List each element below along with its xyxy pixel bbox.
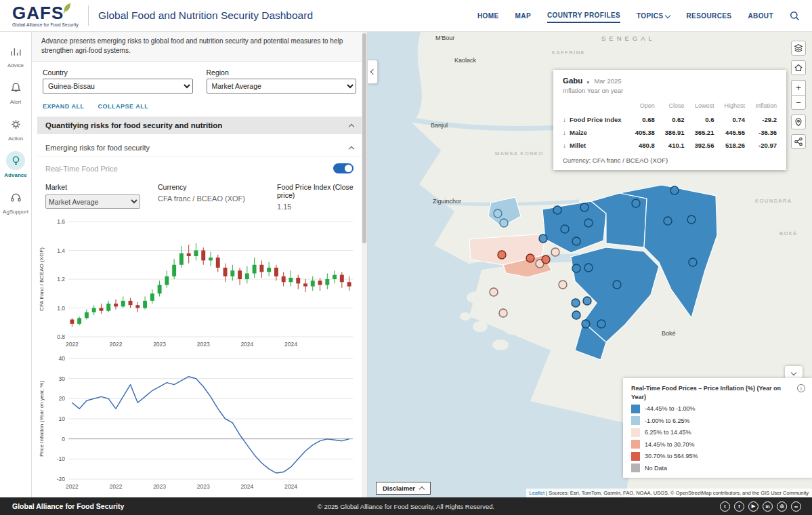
svg-text:MANSA KONKO: MANSA KONKO [495, 150, 544, 157]
gear-icon [6, 115, 25, 133]
svg-text:2024: 2024 [284, 483, 297, 490]
zoom-out-button[interactable]: − [791, 95, 806, 110]
panel-collapse-button[interactable] [368, 60, 378, 84]
table-row: ↓Maize 405.38 386.91 365.21 445.55 -36.3… [563, 126, 777, 139]
twitter-icon[interactable]: t [720, 501, 730, 512]
sidebar-item-advice[interactable]: Advice [0, 39, 31, 71]
market-col: Market Market Average [45, 183, 147, 211]
subsection-emerging-risks[interactable]: Emerging risks for food security [37, 138, 362, 157]
map-attribution: Leaflet | Sources: Esri, TomTom, Garmin,… [526, 489, 812, 497]
currency-col: Currency CFA franc / BCEAO (XOF) [158, 183, 266, 211]
leaflet-link[interactable]: Leaflet [530, 490, 545, 496]
facebook-icon[interactable]: f [734, 501, 744, 512]
legend-swatch [631, 464, 640, 472]
svg-text:-20: -20 [57, 476, 66, 482]
logo-tagline: Global Alliance for Food Security [12, 22, 79, 27]
section-title: Quantifying risks for food security and … [45, 121, 222, 129]
svg-text:1.4: 1.4 [57, 247, 65, 254]
svg-text:Price Inflation (Year on year,: Price Inflation (Year on year, %) [39, 381, 45, 457]
country-select[interactable]: Guinea-Bissau [43, 79, 193, 94]
panel-scrollbar [362, 32, 367, 497]
footer-brand: Global Alliance for Food Security [12, 502, 124, 510]
rtfp-label: Real-Time Food Price [45, 165, 118, 173]
legend-item: -44.45% to -1.00% [631, 405, 805, 413]
flickr-icon[interactable]: •• [791, 501, 801, 512]
share-icon [794, 137, 803, 146]
nav-about[interactable]: ABOUT [748, 9, 773, 22]
sidebar-item-action[interactable]: Action [0, 112, 31, 144]
nav-topics-label: TOPICS [637, 12, 663, 20]
chevron-up-icon [349, 146, 354, 151]
disclaimer-button[interactable]: Disclaimer [376, 482, 431, 495]
linkedin-icon[interactable]: in [763, 501, 773, 512]
advice-chart-icon [6, 41, 25, 60]
svg-text:1.2: 1.2 [57, 276, 65, 283]
down-arrow-icon: ↓ [563, 129, 566, 136]
sidebar-item-advance[interactable]: Advance [0, 148, 31, 181]
sidebar-item-label: Action [8, 136, 23, 142]
attribution-sources: | Sources: Esri, TomTom, Garmin, FAO, NO… [544, 490, 809, 496]
locate-button[interactable] [791, 115, 806, 129]
col-lowest: Lowest [685, 100, 714, 113]
market-label: Market [45, 183, 147, 191]
svg-text:Kaolack: Kaolack [454, 57, 477, 64]
svg-text:2022: 2022 [66, 483, 79, 490]
gafs-logo[interactable]: GAFS Global Alliance for Food Security [12, 4, 79, 27]
table-row: ↓Food Price Index 0.68 0.62 0.6 0.74 -29… [563, 113, 777, 126]
zoom-in-button[interactable]: + [791, 80, 806, 95]
svg-text:1.0: 1.0 [57, 305, 65, 312]
svg-text:BOKÉ: BOKÉ [779, 230, 798, 236]
svg-text:1.6: 1.6 [57, 218, 65, 225]
legend-item: No Data [631, 464, 805, 472]
country-field: Country Guinea-Bissau [43, 68, 193, 94]
location-pin-icon [794, 117, 803, 127]
share-button[interactable] [791, 134, 806, 149]
app: GAFS Global Alliance for Food Security G… [0, 0, 812, 515]
popup-subtitle: Inflation Year on year [563, 87, 777, 94]
nav-country-profiles[interactable]: COUNTRY PROFILES [547, 8, 620, 23]
layers-button[interactable] [791, 41, 806, 56]
sidebar-item-label: Advance [4, 172, 26, 178]
search-icon[interactable] [790, 11, 800, 21]
legend-swatch [631, 452, 640, 461]
info-icon[interactable]: i [797, 384, 805, 392]
svg-text:KOUNDARA: KOUNDARA [755, 198, 792, 204]
region-select[interactable]: Market Average [207, 79, 357, 94]
nav-map[interactable]: MAP [515, 9, 531, 22]
header-divider [88, 5, 89, 26]
youtube-icon[interactable]: ▶ [748, 501, 758, 512]
leaf-icon [62, 3, 72, 14]
nav-topics[interactable]: TOPICS [637, 9, 670, 22]
legend-item: 14.45% to 30.70% [631, 440, 805, 449]
svg-text:2023: 2023 [153, 483, 166, 490]
expand-all-link[interactable]: EXPAND ALL [43, 103, 85, 110]
collapse-all-link[interactable]: COLLAPSE ALL [98, 103, 149, 110]
legend-swatch [631, 428, 640, 437]
svg-text:2022: 2022 [110, 483, 123, 490]
country-label: Country [43, 68, 193, 77]
page-footer: Global Alliance for Food Security © 2025… [0, 497, 812, 515]
nav-resources[interactable]: RESOURCES [686, 9, 731, 22]
popup-market-name: Gabu [563, 77, 582, 85]
svg-text:KAFFRINE: KAFFRINE [552, 49, 585, 56]
market-select[interactable]: Market Average [45, 194, 140, 209]
sidebar-item-agsupport[interactable]: AgSupport [0, 185, 31, 218]
svg-text:2022: 2022 [66, 341, 79, 348]
svg-text:Ziguinchor: Ziguinchor [433, 198, 461, 205]
sidebar-item-alert[interactable]: Alert [0, 75, 31, 108]
home-button[interactable] [791, 60, 806, 75]
sidebar-item-label: Alert [10, 99, 21, 105]
section-quantifying-risks[interactable]: Quantifying risks for food security and … [37, 117, 362, 134]
fpi-label: Food Price Index (Close price) [277, 183, 354, 199]
chevron-left-icon [370, 69, 376, 75]
scrollbar-thumb[interactable] [362, 33, 366, 243]
map-container[interactable]: M'BourSENEGALKAFFRINEKaolackBanjulKEREWA… [368, 32, 812, 497]
top-header: GAFS Global Alliance for Food Security G… [0, 0, 812, 32]
nav-home[interactable]: HOME [477, 9, 499, 22]
rtfp-toggle[interactable] [333, 163, 354, 173]
dot-separator [587, 81, 589, 83]
food-price-index-chart-block: 0.81.01.21.41.6202220222023202320242024C… [37, 216, 364, 349]
region-field: Region Market Average [207, 68, 357, 94]
instagram-icon[interactable]: ◎ [777, 501, 787, 512]
bell-icon [6, 78, 25, 97]
